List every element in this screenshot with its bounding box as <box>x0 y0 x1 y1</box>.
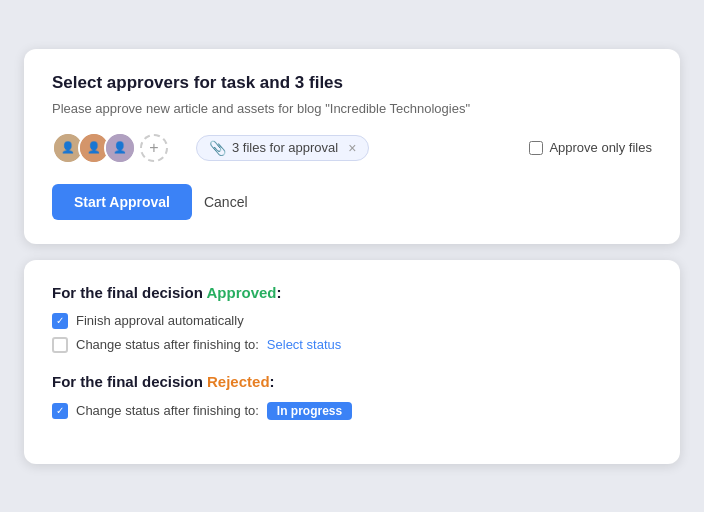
change-status-rejected-label: Change status after finishing to: <box>76 403 259 418</box>
change-status-approved-checkbox[interactable] <box>52 337 68 353</box>
finish-auto-label: Finish approval automatically <box>76 313 244 328</box>
approved-colon: : <box>276 284 281 301</box>
files-badge-close[interactable]: × <box>348 140 356 156</box>
avatars-group: 👤 👤 👤 + <box>52 132 168 164</box>
cancel-button[interactable]: Cancel <box>204 194 248 210</box>
rejected-colon: : <box>270 373 275 390</box>
approved-title: For the final decision Approved: <box>52 284 652 301</box>
finish-auto-checkbox[interactable]: ✓ <box>52 313 68 329</box>
rejected-title: For the final decision Rejected: <box>52 373 652 390</box>
card1-title: Select approvers for task and 3 files <box>52 73 652 93</box>
approve-only-checkbox-row[interactable]: Approve only files <box>529 140 652 155</box>
add-approver-button[interactable]: + <box>140 134 168 162</box>
in-progress-badge: In progress <box>267 402 352 420</box>
change-status-approved-label: Change status after finishing to: <box>76 337 259 352</box>
approved-status: Approved <box>206 284 276 301</box>
avatar-3[interactable]: 👤 <box>104 132 136 164</box>
rejected-status: Rejected <box>207 373 270 390</box>
approvers-card: Select approvers for task and 3 files Pl… <box>24 49 680 244</box>
approved-section: For the final decision Approved: ✓ Finis… <box>52 284 652 353</box>
change-status-rejected-checkbox[interactable]: ✓ <box>52 403 68 419</box>
files-badge[interactable]: 📎 3 files for approval × <box>196 135 369 161</box>
rejected-section: For the final decision Rejected: ✓ Chang… <box>52 373 652 420</box>
rejected-prefix: For the final decision <box>52 373 207 390</box>
select-status-link[interactable]: Select status <box>267 337 341 352</box>
approvers-row: 👤 👤 👤 + 📎 3 files for approval × Approve… <box>52 132 652 164</box>
decision-card: For the final decision Approved: ✓ Finis… <box>24 260 680 464</box>
in-progress-label: In progress <box>277 404 342 418</box>
change-status-rejected-row: ✓ Change status after finishing to: In p… <box>52 402 652 420</box>
actions-row: Start Approval Cancel <box>52 184 652 220</box>
files-badge-label: 3 files for approval <box>232 140 338 155</box>
start-approval-button[interactable]: Start Approval <box>52 184 192 220</box>
finish-auto-row: ✓ Finish approval automatically <box>52 313 652 329</box>
approve-only-checkbox[interactable] <box>529 141 543 155</box>
change-status-approved-row: Change status after finishing to: Select… <box>52 337 652 353</box>
card1-subtitle: Please approve new article and assets fo… <box>52 101 652 116</box>
approve-only-label: Approve only files <box>549 140 652 155</box>
paperclip-icon: 📎 <box>209 140 226 156</box>
approved-prefix: For the final decision <box>52 284 206 301</box>
